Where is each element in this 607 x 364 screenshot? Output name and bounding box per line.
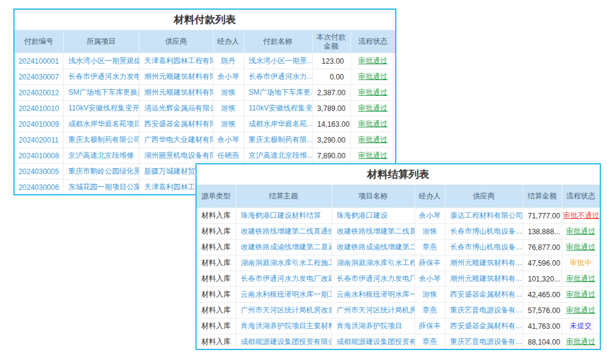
status-cell[interactable]: 审批通过 bbox=[561, 287, 600, 303]
link-cell[interactable]: 110kV安徽线程集变... bbox=[243, 101, 312, 116]
link-cell[interactable]: 浅水湾小区一期景观提... bbox=[63, 53, 139, 69]
link-cell[interactable]: 陈丹 bbox=[213, 53, 243, 69]
link-cell[interactable]: 游恢 bbox=[415, 224, 445, 240]
link-cell[interactable]: 余小琴 bbox=[415, 208, 445, 224]
link-cell[interactable]: 东城花园一期项目公寓... bbox=[63, 180, 139, 195]
link-cell[interactable]: 游恢 bbox=[415, 287, 445, 303]
link-cell[interactable]: 长春市伊通河水力发电... bbox=[63, 69, 139, 85]
link-cell[interactable]: 浅水湾小区一期景... bbox=[243, 53, 312, 69]
link-cell[interactable]: 潮州元顺建筑材料有限... bbox=[139, 69, 213, 85]
link-cell[interactable]: 余小琴 bbox=[213, 69, 243, 85]
column-header: 供应商 bbox=[445, 185, 523, 208]
cell: 材料入库 bbox=[197, 318, 236, 334]
link-cell[interactable]: 康达工程材料有限公司 bbox=[445, 208, 523, 224]
link-cell[interactable]: 广西华电大业建材有限... bbox=[139, 132, 213, 148]
link-cell[interactable]: 潮州元顺建筑材料有... bbox=[445, 271, 523, 287]
link-cell[interactable]: 西安盛器金属材料有... bbox=[445, 318, 523, 334]
link-cell[interactable]: 章燕 bbox=[415, 303, 445, 318]
link-cell[interactable]: 潮州元顺建筑材料有... bbox=[445, 255, 523, 271]
link-cell[interactable]: 任晓燕 bbox=[213, 148, 243, 164]
link-cell[interactable]: 成都水岸华庭名苑... bbox=[243, 116, 312, 132]
link-cell[interactable]: 湖州丽景机电设备有限... bbox=[139, 148, 213, 164]
table-row: 材料入库青海洪湖养护院项目主要材料结算青海洪湖养护院项目薛保丰西安盛器金属材料有… bbox=[197, 318, 600, 334]
link-cell[interactable]: 2024010009 bbox=[15, 116, 63, 132]
status-cell[interactable]: 审批通过 bbox=[350, 148, 395, 164]
status-cell[interactable]: 审批通过 bbox=[350, 101, 395, 116]
link-cell[interactable]: 改建铁路线增建第二线直... bbox=[331, 224, 415, 240]
settlement-header-row: 源单类型结算主题项目名称经办人供应商结算金额流程状态 bbox=[197, 185, 600, 208]
link-cell[interactable]: 2024030005 bbox=[15, 164, 63, 180]
link-cell[interactable]: 章燕 bbox=[415, 240, 445, 255]
link-cell[interactable]: 重庆太极制药有限... bbox=[243, 132, 312, 148]
link-cell[interactable]: 珠海鹤港口建设 bbox=[331, 208, 415, 224]
link-cell[interactable]: 潮州元顺建筑材料有限... bbox=[139, 85, 213, 101]
link-cell[interactable]: 长春市伊通河水力发电厂... bbox=[331, 271, 415, 287]
link-cell[interactable]: 薛保丰 bbox=[415, 255, 445, 271]
link-cell[interactable]: 湖南洞庭湖水库引水工程... bbox=[331, 255, 415, 271]
link-cell[interactable]: 京沪高速北京段维修 bbox=[63, 148, 139, 164]
table-row: 2024020012SM广场地下车库更换摄...潮州元顺建筑材料有限...游恢S… bbox=[15, 85, 395, 101]
status-cell[interactable]: 审批通过 bbox=[350, 69, 395, 85]
link-cell[interactable]: 重庆市鹅岭公园绿化景... bbox=[63, 164, 139, 180]
link-cell[interactable]: 西安盛器金属材料有... bbox=[445, 287, 523, 303]
link-cell[interactable]: 2024030007 bbox=[15, 69, 63, 85]
link-cell[interactable]: 云南水利枢纽潜明水库一期工程施... bbox=[236, 287, 331, 303]
link-cell[interactable]: 青海洪湖养护院项目 bbox=[331, 318, 415, 334]
status-cell[interactable]: 审批通过 bbox=[350, 85, 395, 101]
link-cell[interactable]: 长春市伊通河水力... bbox=[243, 69, 312, 85]
link-cell[interactable]: 云南水利枢纽潜明水库一... bbox=[331, 287, 415, 303]
link-cell[interactable]: 西安盛器金属材料有限... bbox=[139, 116, 213, 132]
link-cell[interactable]: 成都水岸华庭名苑项目... bbox=[63, 116, 139, 132]
status-cell[interactable]: 审批通过 bbox=[561, 224, 600, 240]
link-cell[interactable]: 章燕 bbox=[415, 334, 445, 350]
link-cell[interactable]: 游恢 bbox=[213, 101, 243, 116]
link-cell[interactable]: 余小琴 bbox=[213, 132, 243, 148]
link-cell[interactable]: 重庆太极制药有限公司... bbox=[63, 132, 139, 148]
link-cell[interactable]: 2024010010 bbox=[15, 101, 63, 116]
link-cell[interactable]: SM广场地下车库更... bbox=[243, 85, 312, 101]
link-cell[interactable]: 重庆艺普电源设备有... bbox=[445, 303, 523, 318]
link-cell[interactable]: 成都能源建设集团投资有限公司临... bbox=[236, 334, 331, 350]
link-cell[interactable]: 天津嘉利园林工程有限... bbox=[139, 53, 213, 69]
link-cell[interactable]: 长春市博山机电设备... bbox=[445, 240, 523, 255]
link-cell[interactable]: 改建铁路线增建第二线直通线（成... bbox=[236, 224, 331, 240]
link-cell[interactable]: 2024030006 bbox=[15, 180, 63, 195]
link-cell[interactable]: SM广场地下车库更换摄... bbox=[63, 85, 139, 101]
link-cell[interactable]: 2024100001 bbox=[15, 53, 63, 69]
link-cell[interactable]: 2024020011 bbox=[15, 132, 63, 148]
link-cell[interactable]: 珠海鹤港口建设材料结算 bbox=[236, 208, 331, 224]
status-cell[interactable]: 审批不通过 bbox=[561, 208, 600, 224]
link-cell[interactable]: 游恢 bbox=[213, 85, 243, 101]
link-cell[interactable]: 长春市伊通河水力发电厂改建工程... bbox=[236, 271, 331, 287]
link-cell[interactable]: 薛保丰 bbox=[415, 318, 445, 334]
cell: 71,777.00 bbox=[523, 208, 561, 224]
column-header: 项目名称 bbox=[331, 185, 415, 208]
status-cell[interactable]: 审批通过 bbox=[350, 53, 395, 69]
link-cell[interactable]: 成都能源建设集团投资有... bbox=[331, 334, 415, 350]
status-cell[interactable]: 审批通过 bbox=[350, 116, 395, 132]
link-cell[interactable]: 广州市天河区统计局机房改造项目... bbox=[236, 303, 331, 318]
column-header: 供应商 bbox=[139, 30, 213, 53]
link-cell[interactable]: 清远光辉金属品有限公司 bbox=[139, 101, 213, 116]
link-cell[interactable]: 湖南洞庭湖水库引水工程施工I标材... bbox=[236, 255, 331, 271]
link-cell[interactable]: 2024020012 bbox=[15, 85, 63, 101]
link-cell[interactable]: 改建铁路成渝线增建第二直通线（... bbox=[236, 240, 331, 255]
cell: 57,576.00 bbox=[523, 303, 561, 318]
link-cell[interactable]: 2024010008 bbox=[15, 148, 63, 164]
link-cell[interactable]: 长春市博山机电设备... bbox=[445, 224, 523, 240]
link-cell[interactable]: 广州市天河区统计局机房... bbox=[331, 303, 415, 318]
status-cell[interactable]: 审批通过 bbox=[350, 132, 395, 148]
link-cell[interactable]: 改建铁路成渝线增建第二... bbox=[331, 240, 415, 255]
status-cell[interactable]: 审批通过 bbox=[561, 334, 600, 350]
link-cell[interactable]: 游恢 bbox=[213, 116, 243, 132]
link-cell[interactable]: 110kV安徽线程集变开断... bbox=[63, 101, 139, 116]
status-cell[interactable]: 审批通过 bbox=[561, 240, 600, 255]
status-cell[interactable]: 审批通过 bbox=[561, 271, 600, 287]
link-cell[interactable]: 京沪高速北京段维... bbox=[243, 148, 312, 164]
column-header: 经办人 bbox=[415, 185, 445, 208]
link-cell[interactable]: 重庆艺普电源设备有... bbox=[445, 334, 523, 350]
link-cell[interactable]: 余小琴 bbox=[415, 271, 445, 287]
status-cell[interactable]: 审批通过 bbox=[561, 303, 600, 318]
cell: 3,290.00 bbox=[312, 132, 350, 148]
link-cell[interactable]: 青海洪湖养护院项目主要材料结算 bbox=[236, 318, 331, 334]
